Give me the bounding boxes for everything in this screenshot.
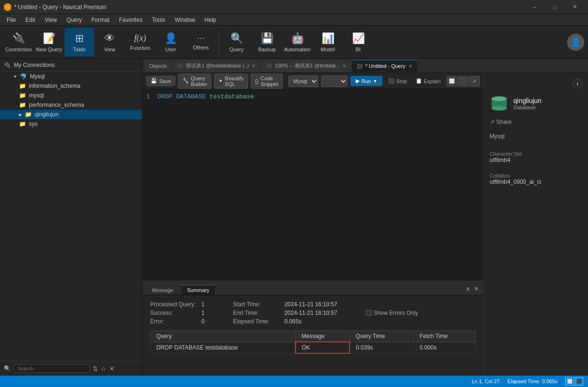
code-editor[interactable]: 1 DROP DATABASE testdatabase [142,89,484,281]
info-icon[interactable]: ℹ [573,79,582,88]
row-query-time: 0.039s [350,342,414,353]
minimize-button[interactable]: ─ [525,0,544,14]
toolbar-new-query-label: New Query [36,47,62,52]
tab-testdb-icon: ⬛ [177,63,183,68]
toolbar-new-query[interactable]: 📝 New Query [34,28,64,57]
tab-message[interactable]: Message [146,285,179,295]
user-avatar[interactable]: 👤 [567,34,584,51]
toolbar-query[interactable]: 🔍 Query [222,28,251,57]
charset-label: Character Set [490,151,582,157]
toolbar-view[interactable]: 👁 View [95,28,124,57]
sidebar-item-sys[interactable]: 📁 sys [0,119,142,129]
panel-collapse-icon[interactable]: ∧ [465,284,471,293]
panel-close-icon[interactable]: ✕ [473,284,480,293]
stop-button[interactable]: ⬛ Stop [385,76,410,85]
tab-testdb-close[interactable]: ✕ [252,63,256,68]
toolbar-connection[interactable]: 🔌 Connection [4,28,33,57]
function-icon: f(x) [134,33,146,43]
sidebar-label-mysql-db: mysql [29,92,44,99]
start-time-value: 2024-11-21 16:10:57 [285,301,337,308]
query-builder-button[interactable]: 🔧 Query Builder [178,74,211,89]
code-snippet-button[interactable]: {} Code Snippet [251,74,283,89]
sidebar-label-information-schema: information_schema [29,83,80,89]
share-button[interactable]: ↗ Share [490,119,582,125]
view-icon: 👁 [104,32,115,45]
status-view-btn-2[interactable]: ⬛ [575,377,583,386]
table-row: DROP DATABASE testdatabase OK 0.039s 0.0… [151,342,476,353]
run-icon: ▶ [356,78,360,84]
bottom-tab-bar: Message Summary ∧ ✕ [142,281,484,295]
menu-favorites[interactable]: Favorites [114,16,147,24]
svg-point-2 [492,106,507,111]
tab-mysql[interactable]: ⬛ 100% -- 测试表1 @testdat... ✕ [261,60,351,72]
explain-icon: 📋 [416,78,422,84]
menu-edit[interactable]: Edit [20,16,40,24]
toolbar-function[interactable]: f(x) Function [125,28,155,57]
toolbar-backup[interactable]: 💾 Backup [252,28,282,57]
search-icon: 🔍 [4,365,11,372]
beautify-sql-label: Beautify SQL [225,76,244,87]
sidebar-item-mysql-db[interactable]: 📁 mysql [0,91,142,100]
tab-objects[interactable]: Objects [144,60,171,72]
menu-file[interactable]: File [2,16,20,24]
tab-untitled-query[interactable]: ⬛ * Untitled - Query ✕ [352,60,417,72]
toolbar-table[interactable]: ⊞ Table [65,28,94,57]
menu-tools[interactable]: Tools [147,16,170,24]
sidebar-item-performance-schema[interactable]: 📁 performance_schema [0,100,142,110]
tab-untitled-close[interactable]: ✕ [408,64,412,69]
beautify-sql-button[interactable]: ✦ Beautify SQL [214,74,248,89]
view-single-button[interactable]: ⬜ [446,76,457,86]
menu-format[interactable]: Format [87,16,114,24]
save-button[interactable]: 💾 Save [146,76,175,86]
database-select[interactable]: Mysql [288,76,318,87]
view-split-button[interactable]: ⬛ [458,76,468,86]
explain-button[interactable]: 📋 Explain [413,76,444,85]
tab-untitled-icon: ⬛ [357,64,362,69]
view-fullscreen-button[interactable]: ⤢ [469,76,480,86]
tab-mysql-close[interactable]: ✕ [342,63,346,68]
toolbar-others[interactable]: ⋯ Others [186,28,216,57]
sidebar-item-qingliujun[interactable]: ▶ 📁 qingliujun [0,110,142,119]
folder-icon-4: 📁 [25,111,32,118]
connection-icon: 🔌 [12,32,25,45]
code-snippet-icon: {} [255,78,258,84]
sidebar-item-mysql[interactable]: ▼ 🐬 Mysql [0,72,142,81]
toolbar-user[interactable]: 👤 User [156,28,185,57]
menu-help[interactable]: Help [200,16,221,24]
tab-summary[interactable]: Summary [181,285,216,295]
sidebar-item-information-schema[interactable]: 📁 information_schema [0,81,142,91]
connections-icon: 🔌 [4,62,11,68]
editor-area: 💾 Save 🔧 Query Builder ✦ Beautify SQL {}… [142,73,484,376]
sidebar-header-label: My Connections [14,62,55,68]
show-errors-checkbox[interactable] [366,310,371,316]
toolbar-bi[interactable]: 📈 BI [343,28,373,57]
summary-stats: Processed Query: 1 Success: 1 Error: 0 [150,301,476,325]
toolbar-model[interactable]: 📊 Model [313,28,342,57]
title-bar: * Untitled - Query - Navicat Premium ─ □… [0,0,588,14]
schema-select[interactable] [321,76,348,87]
stat-processed: Processed Query: 1 [150,301,205,308]
panel-controls: ∧ ✕ [465,284,480,295]
tab-testdb[interactable]: ⬛ 测试表1 @testdatabase (..) ✕ [172,60,260,72]
toolbar-table-label: Table [73,47,85,52]
close-button[interactable]: ✕ [565,0,584,14]
expand-arrow-icon: ▼ [13,75,17,79]
menu-query[interactable]: Query [62,16,87,24]
charset-section: Character Set utf8mb4 [490,147,582,163]
toolbar-automation[interactable]: 🤖 Automation [283,28,312,57]
bottom-tabs-left: Message Summary [146,285,216,295]
menu-window[interactable]: Window [170,16,200,24]
toolbar-user-label: User [165,47,176,52]
menu-view[interactable]: View [40,16,62,24]
maximize-button[interactable]: □ [545,0,564,14]
status-view-btn-1[interactable]: ⬜ [565,377,574,386]
row-query: DROP DATABASE testdatabase [151,342,296,353]
search-input[interactable] [14,364,90,373]
others-icon: ⋯ [197,34,205,43]
processed-label: Processed Query: [150,301,198,308]
sort-icon: ⇅ [93,365,98,372]
stat-col-right: Start Time: 2024-11-21 16:10:57 End Time… [233,301,337,325]
stop-label: Stop [396,78,407,84]
run-button[interactable]: ▶ Run ▼ [351,76,382,86]
run-dropdown-icon: ▼ [373,79,377,84]
